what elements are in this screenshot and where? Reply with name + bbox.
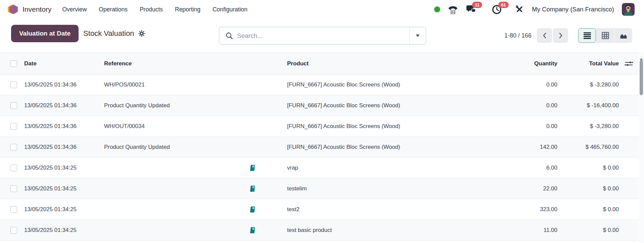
- row-checkbox[interactable]: [10, 227, 17, 234]
- row-select-cell: [0, 81, 24, 88]
- cell-quantity: 6.00: [490, 165, 557, 171]
- valuation-at-date-filter-button[interactable]: Valuation at Date: [11, 25, 79, 42]
- voip-phone-icon[interactable]: [448, 5, 458, 14]
- pager-previous-button[interactable]: [537, 28, 552, 43]
- row-select-cell: [0, 185, 24, 192]
- cell-total-value: $ -3,280.00: [557, 81, 619, 88]
- cell-date: 13/05/2025 01:34:36: [24, 123, 104, 130]
- row-checkbox[interactable]: [10, 123, 17, 130]
- cell-quantity: 142.00: [490, 144, 557, 150]
- table-row[interactable]: 13/05/2025 01:34:25 testelim22.00$ 0.00: [0, 178, 639, 199]
- row-select-cell: [0, 206, 24, 213]
- cell-date: 13/05/2025 01:34:25: [24, 185, 104, 192]
- nav-menu-overview[interactable]: Overview: [62, 6, 87, 13]
- nav-menu-operations[interactable]: Operations: [99, 6, 128, 13]
- cell-date: 13/05/2025 01:34:36: [24, 144, 104, 150]
- stock-valuation-list: Date Reference Product Quantity Total Va…: [0, 53, 639, 241]
- messages-icon[interactable]: 11: [466, 5, 476, 14]
- list-header-row: Date Reference Product Quantity Total Va…: [0, 53, 639, 74]
- cell-quantity: 0.00: [490, 123, 557, 130]
- cell-product: [FURN_6667] Acoustic Bloc Screens (Wood): [287, 81, 490, 88]
- search-bar: [219, 27, 426, 45]
- action-gear-icon[interactable]: [138, 30, 145, 37]
- cell-total-value: $ 0.00: [557, 165, 619, 171]
- pager-next-button[interactable]: [553, 28, 568, 43]
- row-checkbox[interactable]: [10, 185, 17, 192]
- header-total-value[interactable]: Total Value: [557, 60, 619, 67]
- header-reference[interactable]: Reference: [104, 60, 246, 67]
- app-name[interactable]: Inventory: [22, 5, 51, 13]
- tools-icon[interactable]: [515, 5, 524, 14]
- cell-icon-slot: [246, 185, 287, 192]
- messages-count-badge: 11: [472, 2, 482, 8]
- row-checkbox[interactable]: [10, 102, 17, 109]
- row-checkbox[interactable]: [10, 144, 17, 150]
- search-input[interactable]: [237, 32, 409, 40]
- cell-quantity: 11.00: [490, 227, 557, 234]
- journal-entry-book-icon[interactable]: [249, 164, 256, 172]
- pivot-view-button[interactable]: [596, 28, 614, 43]
- search-dropdown-toggle[interactable]: [409, 27, 426, 44]
- select-all-checkbox[interactable]: [10, 60, 17, 67]
- list-body: 13/05/2025 01:34:36WH/POS/00021[FURN_666…: [0, 74, 639, 241]
- row-checkbox[interactable]: [10, 165, 17, 171]
- table-row[interactable]: 13/05/2025 01:34:25 test basic product11…: [0, 220, 639, 241]
- inventory-app-icon[interactable]: [8, 4, 18, 15]
- row-select-cell: [0, 227, 24, 234]
- row-select-cell: [0, 165, 24, 171]
- search-icon: [225, 32, 233, 40]
- cell-total-value: $ -16,400.00: [557, 102, 619, 109]
- cell-product: [FURN_6667] Acoustic Bloc Screens (Wood): [287, 123, 490, 130]
- table-row[interactable]: 13/05/2025 01:34:36Product Quantity Upda…: [0, 95, 639, 116]
- control-panel: Valuation at Date Stock Valuation: [0, 19, 644, 48]
- cell-product: test2: [287, 206, 490, 213]
- journal-entry-book-icon[interactable]: [249, 185, 256, 192]
- cell-product: [FURN_6667] Acoustic Bloc Screens (Wood): [287, 144, 490, 150]
- online-status-dot: [434, 6, 440, 12]
- view-switcher: [578, 28, 632, 43]
- company-switcher[interactable]: My Company (San Francisco): [532, 6, 614, 13]
- cell-product: testelim: [287, 185, 490, 192]
- scrollbar-thumb[interactable]: [640, 60, 643, 95]
- cell-product: test basic product: [287, 227, 490, 234]
- table-row[interactable]: 13/05/2025 01:34:36WH/POS/00021[FURN_666…: [0, 74, 639, 95]
- cell-total-value: $ 0.00: [557, 206, 619, 213]
- cell-total-value: $ 0.00: [557, 227, 619, 234]
- page-title: Stock Valuation: [83, 29, 134, 38]
- cell-date: 13/05/2025 01:34:36: [24, 81, 104, 88]
- cell-quantity: 0.00: [490, 102, 557, 109]
- cell-date: 13/05/2025 01:34:25: [24, 165, 104, 171]
- cell-date: 13/05/2025 01:34:36: [24, 102, 104, 109]
- row-checkbox[interactable]: [10, 81, 17, 88]
- cell-product: [FURN_6667] Acoustic Bloc Screens (Wood): [287, 102, 490, 109]
- list-view-button[interactable]: [578, 28, 596, 43]
- header-date[interactable]: Date: [24, 60, 104, 67]
- nav-menu-reporting[interactable]: Reporting: [175, 6, 200, 13]
- cell-date: 13/05/2025 01:34:25: [24, 227, 104, 234]
- cell-reference: WH/POS/00021: [104, 81, 246, 88]
- cell-product: vrap: [287, 165, 490, 171]
- optional-columns-icon[interactable]: [624, 60, 634, 67]
- row-select-cell: [0, 144, 24, 150]
- graph-view-button[interactable]: [614, 28, 632, 43]
- table-row[interactable]: 13/05/2025 01:34:25 test2323.00$ 0.00: [0, 199, 639, 220]
- table-row[interactable]: 13/05/2025 01:34:36Product Quantity Upda…: [0, 137, 639, 158]
- table-row[interactable]: 13/05/2025 01:34:25 vrap6.00$ 0.00: [0, 158, 639, 178]
- header-product[interactable]: Product: [287, 60, 490, 67]
- activities-clock-icon[interactable]: 61: [492, 5, 502, 14]
- odoo-inventory-window: Inventory OverviewOperationsProductsRepo…: [0, 0, 644, 243]
- vertical-scrollbar[interactable]: [639, 53, 644, 243]
- header-quantity[interactable]: Quantity: [490, 60, 557, 67]
- cell-reference: WH/OUT/00034: [104, 123, 246, 130]
- cell-quantity: 0.00: [490, 81, 557, 88]
- table-row[interactable]: 13/05/2025 01:34:36WH/OUT/00034[FURN_666…: [0, 116, 639, 137]
- cell-quantity: 323.00: [490, 206, 557, 213]
- cell-total-value: $ 0.00: [557, 185, 619, 192]
- nav-menu-products[interactable]: Products: [140, 6, 163, 13]
- row-checkbox[interactable]: [10, 206, 17, 213]
- user-avatar[interactable]: [622, 3, 635, 16]
- journal-entry-book-icon[interactable]: [249, 227, 256, 234]
- cell-total-value: $ -3,280.00: [557, 123, 619, 130]
- journal-entry-book-icon[interactable]: [249, 206, 256, 213]
- nav-menu-configuration[interactable]: Configuration: [213, 6, 247, 13]
